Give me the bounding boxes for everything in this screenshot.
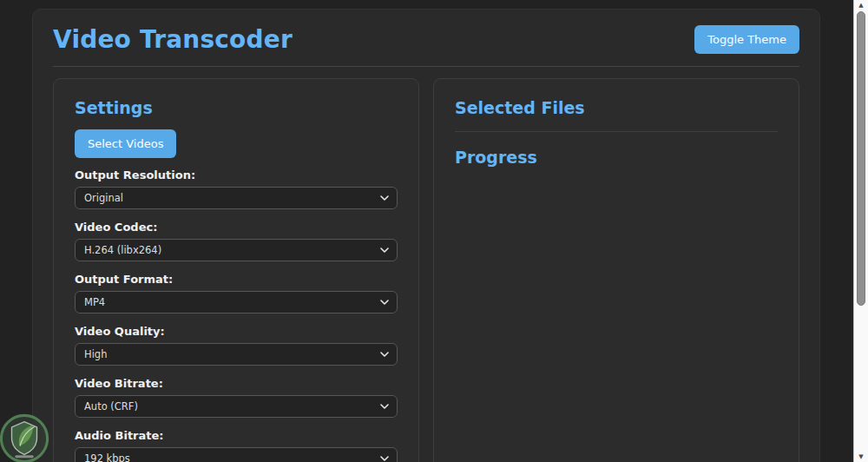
chevron-down-icon xyxy=(380,352,389,357)
select-videos-button[interactable]: Select Videos xyxy=(75,129,176,158)
app-container: Video Transcoder Toggle Theme Settings S… xyxy=(32,9,820,462)
form-group-video-quality: Video Quality: High xyxy=(75,325,398,366)
form-group-output-resolution: Output Resolution: Original xyxy=(75,168,398,209)
form-group-output-format: Output Format: MP4 xyxy=(75,273,398,314)
video-quality-select[interactable]: High xyxy=(75,343,398,366)
selected-files-heading: Selected Files xyxy=(455,98,778,117)
form-group-video-bitrate: Video Bitrate: Auto (CRF) xyxy=(75,377,398,418)
toggle-theme-button[interactable]: Toggle Theme xyxy=(694,25,799,54)
output-panel: Selected Files Progress xyxy=(433,78,799,462)
app-title: Video Transcoder xyxy=(53,25,293,54)
app-logo xyxy=(0,413,49,462)
select-value: MP4 xyxy=(84,296,105,308)
vertical-scrollbar[interactable]: ▲ ▼ xyxy=(853,0,868,462)
video-quality-label: Video Quality: xyxy=(75,325,398,338)
form-group-audio-bitrate: Audio Bitrate: 192 kbps xyxy=(75,429,398,462)
files-divider xyxy=(455,131,778,132)
scrollbar-up-arrow[interactable]: ▲ xyxy=(854,1,868,10)
video-bitrate-label: Video Bitrate: xyxy=(75,377,398,390)
chevron-down-icon xyxy=(380,404,389,409)
settings-heading: Settings xyxy=(75,98,398,117)
select-value: H.264 (libx264) xyxy=(84,244,161,256)
output-resolution-select[interactable]: Original xyxy=(75,187,398,209)
video-codec-label: Video Codec: xyxy=(75,221,398,234)
shield-leaf-logo xyxy=(0,413,49,462)
video-codec-select[interactable]: H.264 (libx264) xyxy=(75,239,398,261)
form-group-video-codec: Video Codec: H.264 (libx264) xyxy=(75,221,398,261)
scrollbar-down-arrow[interactable]: ▼ xyxy=(854,452,868,461)
panels-row: Settings Select Videos Output Resolution… xyxy=(53,78,799,462)
chevron-down-icon xyxy=(380,456,389,461)
audio-bitrate-label: Audio Bitrate: xyxy=(75,429,398,442)
scrollbar-thumb[interactable] xyxy=(857,11,865,306)
select-value: High xyxy=(84,348,107,360)
select-value: Original xyxy=(84,192,123,204)
chevron-down-icon xyxy=(380,248,389,253)
select-value: Auto (CRF) xyxy=(84,400,138,412)
settings-panel: Settings Select Videos Output Resolution… xyxy=(53,78,419,462)
select-value: 192 kbps xyxy=(84,452,130,462)
output-format-select[interactable]: MP4 xyxy=(75,291,398,314)
app-header: Video Transcoder Toggle Theme xyxy=(53,25,799,67)
chevron-down-icon xyxy=(380,195,389,201)
audio-bitrate-select[interactable]: 192 kbps xyxy=(75,447,398,462)
video-bitrate-select[interactable]: Auto (CRF) xyxy=(75,395,398,418)
output-resolution-label: Output Resolution: xyxy=(75,168,398,182)
chevron-down-icon xyxy=(380,300,389,305)
output-format-label: Output Format: xyxy=(75,273,398,286)
progress-heading: Progress xyxy=(455,148,778,167)
